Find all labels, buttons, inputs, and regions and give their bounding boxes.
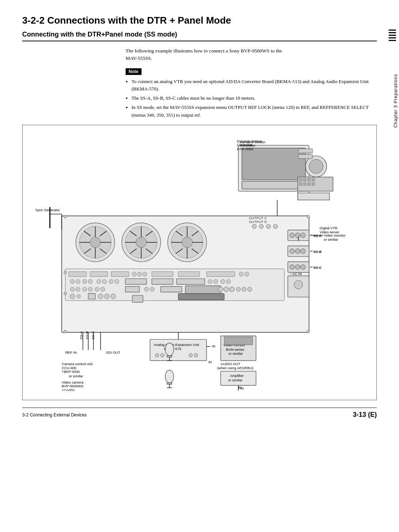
- chapter-line-2: [389, 32, 396, 33]
- svg-point-111: [76, 287, 80, 291]
- svg-rect-15: [312, 183, 315, 186]
- svg-point-124: [236, 287, 240, 291]
- svg-text:or similar: or similar: [228, 378, 243, 382]
- svg-text:or similar: or similar: [69, 374, 83, 378]
- note-label: Note: [126, 68, 141, 75]
- svg-rect-5: [299, 149, 313, 153]
- svg-text:Video monitor: Video monitor: [324, 234, 346, 238]
- svg-rect-92: [207, 272, 235, 277]
- svg-text:SDI OUT: SDI OUT: [106, 350, 120, 354]
- svg-point-60: [252, 224, 256, 229]
- svg-point-117: [144, 287, 149, 291]
- svg-point-131: [105, 294, 109, 299]
- chapter-line-4: [389, 37, 396, 38]
- svg-point-68: [300, 233, 305, 238]
- chapter-text: Chapter 3 Preparations: [393, 74, 398, 128]
- svg-text:REF IN: REF IN: [65, 350, 77, 354]
- svg-point-39: [136, 237, 147, 248]
- svg-text:IN: IN: [208, 360, 212, 364]
- svg-point-122: [224, 287, 229, 292]
- svg-point-97: [82, 279, 86, 284]
- svg-rect-2: [242, 181, 306, 189]
- svg-point-127: [70, 294, 75, 299]
- svg-rect-14: [308, 183, 311, 186]
- svg-text:+BKP-9330: +BKP-9330: [62, 370, 80, 374]
- svg-point-75: [295, 265, 300, 270]
- svg-point-67: [295, 233, 300, 238]
- svg-rect-105: [177, 279, 205, 284]
- svg-point-157: [189, 354, 192, 357]
- chapter-line-5: [389, 40, 396, 41]
- svg-point-138: [307, 330, 310, 333]
- intro-line2: MAV-555SS.: [126, 55, 152, 61]
- svg-text:AUDIO OUT: AUDIO OUT: [221, 362, 240, 366]
- svg-rect-134: [132, 295, 143, 302]
- svg-point-123: [229, 287, 234, 292]
- svg-point-118: [150, 287, 154, 291]
- svg-point-82: [294, 281, 303, 289]
- svg-rect-6: [299, 155, 313, 159]
- note-content: To connect an analog VTR you need an opt…: [126, 78, 377, 119]
- svg-point-94: [245, 272, 249, 276]
- svg-point-88: [137, 272, 141, 276]
- svg-rect-8: [299, 179, 302, 182]
- svg-point-71: [295, 249, 300, 254]
- diagram-svg: text { font-family: Arial, sans-serif; f…: [30, 133, 369, 391]
- svg-point-108: [221, 279, 225, 284]
- diagram-box: text { font-family: Arial, sans-serif; f…: [22, 125, 377, 400]
- svg-point-87: [132, 272, 136, 276]
- svg-point-95: [70, 279, 74, 284]
- svg-text:Amplifier: Amplifier: [230, 374, 244, 378]
- svg-point-115: [100, 287, 105, 291]
- svg-point-62: [266, 224, 270, 229]
- chapter-line-3: [389, 35, 396, 36]
- svg-point-4: [309, 159, 323, 174]
- svg-text:Video camera: Video camera: [62, 380, 83, 384]
- svg-text:BVP-9500WS: BVP-9500WS: [62, 384, 83, 388]
- svg-text:Digital VTR: Digital VTR: [320, 226, 337, 230]
- svg-point-130: [98, 294, 103, 299]
- svg-text:BVM-series: BVM-series: [226, 347, 245, 351]
- svg-text:Analog Audio Expansion Unit: Analog Audio Expansion Unit: [154, 343, 199, 347]
- svg-point-140: [64, 292, 67, 295]
- svg-point-72: [300, 249, 305, 254]
- svg-rect-86: [111, 272, 129, 277]
- footer-right: 3-13 (E): [353, 411, 377, 419]
- svg-point-98: [88, 279, 92, 284]
- svg-point-114: [95, 287, 99, 291]
- svg-point-121: [218, 287, 223, 292]
- svg-point-74: [290, 265, 294, 270]
- chapter-line-1: [389, 30, 396, 31]
- svg-rect-10: [308, 179, 311, 182]
- svg-point-28: [90, 237, 101, 248]
- svg-point-89: [143, 272, 147, 276]
- svg-text:~ AC IN: ~ AC IN: [290, 272, 302, 276]
- svg-point-126: [248, 287, 252, 291]
- svg-point-63: [273, 224, 277, 229]
- svg-point-107: [214, 279, 218, 284]
- svg-rect-119: [161, 286, 182, 292]
- svg-text:Controller: Controller: [237, 143, 252, 147]
- svg-rect-116: [125, 286, 139, 292]
- svg-point-93: [239, 272, 243, 276]
- svg-text:SS-C: SS-C: [91, 331, 95, 340]
- svg-rect-103: [125, 279, 146, 284]
- svg-point-155: [155, 354, 159, 357]
- svg-point-66: [290, 233, 294, 238]
- chapter-bar: Chapter 3 Preparations: [386, 0, 399, 532]
- svg-rect-84: [69, 272, 86, 277]
- svg-text:Camera control unit: Camera control unit: [62, 362, 93, 366]
- svg-text:DTR-3000: DTR-3000: [237, 147, 253, 151]
- svg-text:Dynamic Motion: Dynamic Motion: [237, 139, 262, 143]
- svg-text:or similar: or similar: [228, 352, 243, 356]
- page-footer: 3-2 Connecting External Devices 3-13 (E): [22, 408, 377, 419]
- svg-point-96: [76, 279, 80, 284]
- note-item-1: To connect an analog VTR you need an opt…: [132, 78, 377, 93]
- svg-point-61: [259, 224, 263, 229]
- svg-point-102: [115, 279, 119, 284]
- svg-text:SS-A: SS-A: [313, 234, 322, 238]
- note-item-2: The SS-A, SS-B, SS-C cables must be no l…: [132, 95, 377, 102]
- svg-point-128: [77, 295, 81, 298]
- svg-point-137: [64, 330, 67, 333]
- svg-rect-12: [299, 183, 302, 186]
